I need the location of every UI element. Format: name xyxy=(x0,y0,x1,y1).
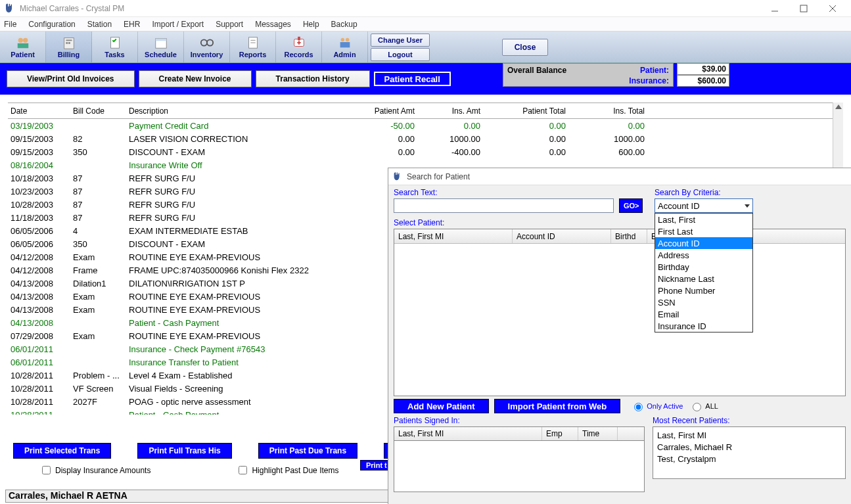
logout-button[interactable]: Logout xyxy=(371,48,430,61)
recent-label: Most Recent Patients: xyxy=(653,416,846,425)
signed-in-header: Last, First MI Emp Time xyxy=(394,426,645,439)
go-button[interactable]: GO> xyxy=(619,198,643,213)
svg-point-15 xyxy=(207,39,213,45)
toolbar-schedule[interactable]: Schedule xyxy=(138,32,184,62)
menu-file[interactable]: File xyxy=(4,20,16,29)
inventory-icon xyxy=(200,35,214,50)
svg-rect-26 xyxy=(340,42,350,47)
table-row[interactable]: 09/15/200382LASER VISION CORRECTION0.001… xyxy=(8,132,843,145)
recent-patients-list[interactable]: Last, First MICarrales, Michael RTest, C… xyxy=(653,426,846,439)
criteria-option[interactable]: Last, First xyxy=(655,214,752,225)
menu-bar: File Configuration Station EHR Import / … xyxy=(0,17,851,32)
menu-backup[interactable]: Backup xyxy=(331,20,357,29)
create-invoice-button[interactable]: Create New Invoice xyxy=(139,70,252,87)
svg-rect-8 xyxy=(66,39,72,41)
change-user-button[interactable]: Change User xyxy=(371,34,430,47)
schedule-icon xyxy=(154,35,168,50)
criteria-option[interactable]: Email xyxy=(655,308,752,320)
signed-in-label: Patients Signed In: xyxy=(394,416,645,425)
svg-point-4 xyxy=(18,38,22,43)
col-patient-amt[interactable]: Patient Amt xyxy=(346,106,417,116)
view-invoices-button[interactable]: View/Print Old Invoices xyxy=(7,70,135,87)
recent-patient-item[interactable]: Last, First MI xyxy=(657,430,841,439)
records-icon xyxy=(292,35,306,50)
criteria-option[interactable]: Address xyxy=(655,249,752,261)
toolbar-records[interactable]: Records xyxy=(276,32,322,62)
criteria-option[interactable]: Birthday xyxy=(655,261,752,273)
menu-messages[interactable]: Messages xyxy=(255,20,291,29)
toolbar-billing[interactable]: Billing xyxy=(46,32,92,62)
criteria-option[interactable]: Phone Number xyxy=(655,285,752,296)
menu-ehr[interactable]: EHR xyxy=(124,20,140,29)
svg-point-24 xyxy=(340,38,344,42)
close-button[interactable]: Close xyxy=(502,39,548,56)
menu-configuration[interactable]: Configuration xyxy=(28,20,75,29)
toolbar-inventory[interactable]: Inventory xyxy=(184,32,230,62)
import-patient-button[interactable]: Import Patient from Web xyxy=(494,399,621,413)
grid-col-name[interactable]: Last, First MI xyxy=(394,229,513,243)
col-ins-total[interactable]: Ins. Total xyxy=(568,106,647,116)
search-text-label: Search Text: xyxy=(394,188,614,197)
chevron-down-icon xyxy=(745,204,750,208)
toolbar-reports[interactable]: Reports xyxy=(230,32,276,62)
tasks-icon xyxy=(108,35,122,50)
add-patient-button[interactable]: Add New Patient xyxy=(394,399,489,413)
patient-icon xyxy=(16,35,30,50)
criteria-option[interactable]: Insurance ID xyxy=(655,320,752,332)
criteria-combo[interactable]: Account ID Last, FirstFirst LastAccount … xyxy=(655,198,753,213)
transaction-history-button[interactable]: Transaction History xyxy=(256,70,370,87)
svg-rect-9 xyxy=(66,42,68,44)
criteria-option[interactable]: First Last xyxy=(655,225,752,237)
col-bill-code[interactable]: Bill Code xyxy=(70,106,126,116)
svg-rect-1 xyxy=(800,5,807,12)
table-row[interactable]: 09/15/2003350DISCOUNT - EXAM0.00-400.000… xyxy=(8,145,843,158)
criteria-option[interactable]: SSN xyxy=(655,296,752,308)
reports-icon xyxy=(246,35,260,50)
close-window-button[interactable] xyxy=(818,0,847,17)
menu-station[interactable]: Station xyxy=(87,20,112,29)
search-patient-dialog: Search for Patient Search Text: GO> Sear… xyxy=(388,168,851,439)
action-bar: View/Print Old Invoices Create New Invoi… xyxy=(0,63,851,95)
menu-help[interactable]: Help xyxy=(303,20,319,29)
window-titlebar: Michael Carrales - Crystal PM xyxy=(0,0,851,17)
toolbar-admin[interactable]: Admin xyxy=(322,32,368,62)
col-ins-amt[interactable]: Ins. Amt xyxy=(417,106,483,116)
menu-import-export[interactable]: Import / Export xyxy=(152,20,204,29)
criteria-dropdown[interactable]: Last, FirstFirst LastAccount IDAddressBi… xyxy=(655,213,753,332)
criteria-option[interactable]: Nickname Last xyxy=(655,273,752,285)
toolbar-patient[interactable]: Patient xyxy=(0,32,46,62)
main-toolbar: Patient Billing Tasks Schedule Inventory… xyxy=(0,32,851,63)
radio-only-active[interactable]: Only Active xyxy=(631,401,683,411)
svg-rect-6 xyxy=(17,43,28,48)
col-date[interactable]: Date xyxy=(8,106,70,116)
maximize-button[interactable] xyxy=(789,0,818,17)
svg-point-14 xyxy=(200,39,206,45)
criteria-label: Search By Criteria: xyxy=(655,188,753,197)
col-patient-total[interactable]: Patient Total xyxy=(483,106,568,116)
dialog-title: Search for Patient xyxy=(407,172,470,181)
svg-point-25 xyxy=(345,38,349,42)
svg-point-5 xyxy=(23,38,28,43)
patient-recall-button[interactable]: Patient Recall xyxy=(374,72,451,86)
grid-col-account[interactable]: Account ID xyxy=(513,229,611,243)
minimize-button[interactable] xyxy=(760,0,789,17)
svg-rect-21 xyxy=(298,37,300,41)
col-description[interactable]: Description xyxy=(126,106,346,116)
window-title: Michael Carrales - Crystal PM xyxy=(20,4,124,13)
select-patient-label: Select Patient: xyxy=(394,218,846,227)
svg-rect-13 xyxy=(155,39,166,41)
search-text-input[interactable] xyxy=(394,198,614,213)
balance-patient-value xyxy=(677,63,729,75)
dialog-icon xyxy=(392,172,403,182)
grid-col-birthday[interactable]: Birthd xyxy=(611,229,647,243)
svg-rect-10 xyxy=(68,42,70,44)
radio-all[interactable]: ALL xyxy=(689,401,718,411)
dialog-titlebar: Search for Patient xyxy=(388,168,851,185)
app-icon xyxy=(4,3,16,14)
patient-grid[interactable]: Last, First MI Account ID Birthd Exam Ac… xyxy=(394,229,846,396)
toolbar-tasks[interactable]: Tasks xyxy=(92,32,138,62)
admin-icon xyxy=(338,35,352,50)
menu-support[interactable]: Support xyxy=(216,20,243,29)
table-row[interactable]: 03/19/2003Payment Credit Card-50.000.000… xyxy=(8,119,843,132)
criteria-option[interactable]: Account ID xyxy=(655,237,752,249)
